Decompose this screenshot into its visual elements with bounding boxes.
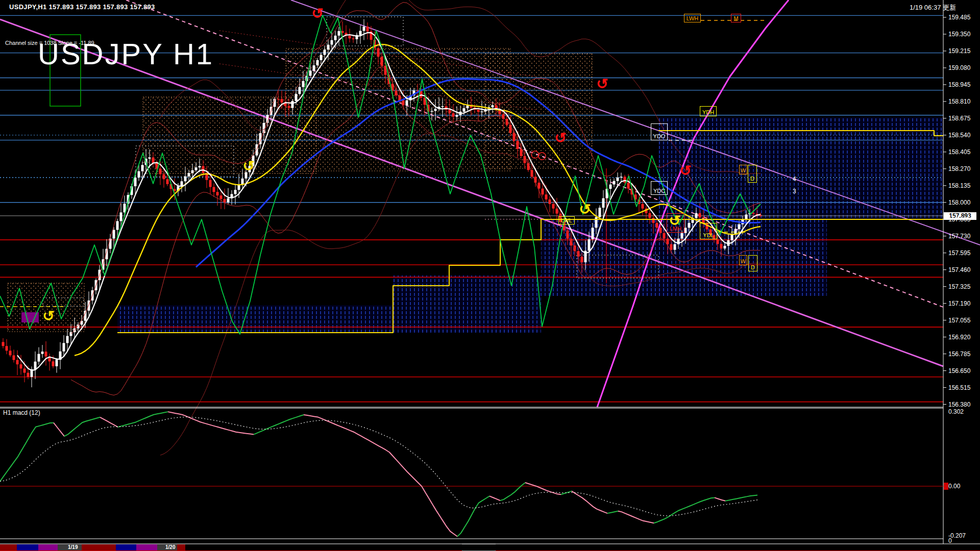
axis-tick-label: 157.055 (948, 317, 970, 324)
candle (188, 173, 190, 177)
candle (56, 360, 58, 366)
macd-zero-marker (944, 483, 948, 490)
candle (617, 178, 619, 181)
axis-tick-label: 156.380 (948, 401, 970, 408)
timeline-bar[interactable]: 1/191/20 (0, 544, 980, 550)
candle (517, 141, 519, 149)
axis-tick-label: 158.270 (948, 165, 970, 172)
candle (406, 101, 408, 106)
marker-box-ydc: YDC (651, 181, 668, 195)
axis-tick-label: 159.215 (948, 47, 970, 55)
candle (338, 31, 340, 36)
candle (670, 244, 673, 250)
candle (581, 257, 583, 262)
candle (538, 183, 541, 189)
candle (449, 110, 451, 113)
candle (84, 311, 87, 321)
ichimoku-cloud-navy (117, 305, 393, 333)
candle (281, 99, 283, 103)
candle (23, 368, 26, 372)
timeline-segment (116, 544, 136, 550)
strip-axis-zero: 0 (948, 537, 952, 544)
candle (463, 108, 465, 112)
candle (227, 198, 230, 203)
candle (213, 187, 215, 192)
candle (149, 158, 151, 159)
timeline-segment (136, 544, 157, 550)
axis-tick-label: 157.460 (948, 266, 970, 273)
candle (595, 217, 598, 228)
candle (649, 213, 651, 218)
candle (52, 361, 55, 366)
candle (477, 110, 480, 112)
candle (41, 352, 44, 354)
timeline-segment (0, 544, 17, 550)
axis-tick-label: 156.920 (948, 334, 970, 341)
candle (334, 36, 337, 40)
candle (277, 99, 280, 100)
candle (681, 233, 683, 239)
marker-box-w: W (739, 165, 747, 174)
candle (9, 350, 12, 355)
axis-tick-label: 157.325 (948, 283, 970, 290)
candle (234, 190, 237, 194)
candle (695, 213, 698, 218)
candle (656, 223, 658, 228)
axis-tick-label: 158.405 (948, 148, 970, 156)
candle (720, 244, 723, 248)
candle (359, 31, 362, 35)
candle (667, 239, 669, 244)
marker-box-ydo: YDO (651, 123, 668, 140)
axis-tick-label: 157.865 (948, 216, 970, 223)
candle (724, 246, 726, 248)
candle (752, 213, 755, 214)
axis-tick-label: 158.810 (948, 98, 970, 105)
candle (163, 174, 165, 179)
candle (295, 94, 298, 101)
candle (6, 346, 8, 350)
candle (302, 81, 305, 87)
candle (152, 158, 155, 163)
candle (642, 204, 644, 209)
candle (624, 177, 626, 183)
candle (366, 27, 369, 31)
candle (602, 198, 605, 208)
candle (141, 165, 144, 171)
candle (220, 195, 223, 199)
candle (609, 185, 612, 189)
candle (120, 212, 122, 221)
timeline-segment (38, 544, 58, 550)
ichimoku-cloud-navy (658, 117, 943, 219)
ichimoku-cloud-orange (8, 283, 84, 332)
candle (620, 177, 623, 178)
candle (699, 213, 701, 218)
candle (442, 106, 444, 107)
candle (45, 352, 47, 357)
macd-indicator-label: H1 macd (12) (3, 409, 40, 416)
chart-canvas[interactable]: ↺↺↺↺↺↺↺↺ (0, 0, 980, 551)
candle (331, 40, 333, 45)
candle (674, 244, 676, 250)
timeline-date-label: 1/19 (68, 544, 78, 550)
candle (309, 70, 312, 76)
axis-tick-label: 159.080 (948, 64, 970, 71)
ichimoku-cloud-navy (393, 276, 541, 333)
candle (663, 233, 666, 239)
timeline-segment (82, 544, 116, 550)
candle (481, 112, 483, 113)
buy-arrow-icon: ↺ (42, 308, 54, 324)
candle (456, 115, 458, 117)
candle (20, 364, 22, 368)
candle (502, 114, 505, 119)
candle (349, 36, 351, 38)
candle (738, 224, 741, 230)
macd-axis-zero: 0.00 (948, 483, 960, 490)
candle (652, 218, 655, 223)
candle (34, 362, 37, 369)
candle (256, 144, 258, 156)
candle (731, 235, 733, 240)
buy-arrow-icon: ↺ (579, 202, 591, 217)
axis-tick-label: 158.945 (948, 81, 970, 88)
candle (327, 45, 330, 50)
candle (577, 251, 580, 257)
